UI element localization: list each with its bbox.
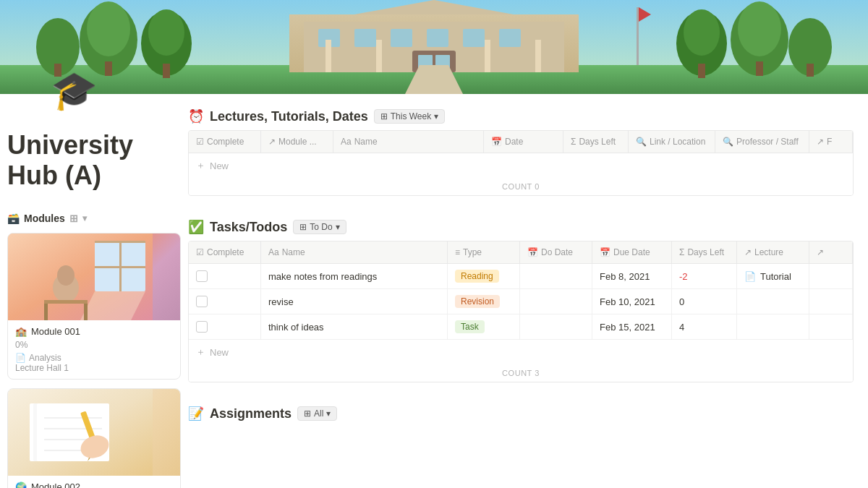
lectures-col-days: Σ Days Left xyxy=(563,131,629,153)
search-icon: 🔍 xyxy=(636,137,647,147)
assignments-filter-icon: ⊞ xyxy=(304,408,311,419)
module-002-title[interactable]: 🌍 Module 002 xyxy=(15,481,173,488)
svg-rect-28 xyxy=(756,61,763,76)
banner-container: 🎓 xyxy=(0,0,868,94)
lectures-col-extra: ↗ F xyxy=(809,131,853,153)
tasks-col-name: Aa Name xyxy=(261,241,448,263)
tasks-section-header: ✅ Tasks/Todos ⊞ To Do ▾ xyxy=(188,219,854,235)
tasks-col-duedate: 📅 Due Date xyxy=(592,241,672,263)
tasks-row2-dodate xyxy=(520,289,592,314)
table-row: think of ideas Task Feb 15, 2021 4 xyxy=(189,314,853,340)
lectures-col-professor: 🔍 Professor / Staff xyxy=(715,131,809,153)
lectures-col-complete: ☑ Complete xyxy=(189,131,261,153)
svg-rect-35 xyxy=(637,7,639,65)
tasks-row1-complete[interactable] xyxy=(189,264,261,288)
svg-rect-6 xyxy=(391,29,412,47)
module-001-title[interactable]: 🏫 Module 001 xyxy=(15,326,173,337)
tasks-filter[interactable]: ⊞ To Do ▾ xyxy=(293,220,346,234)
tasks-row3-type: Task xyxy=(448,314,520,339)
lectures-filter[interactable]: ⊞ This Week ▾ xyxy=(374,109,445,124)
main-content: ⏰ Lectures, Tutorials, Dates ⊞ This Week… xyxy=(188,94,868,488)
sidebar: University Hub (A) 🗃️ Modules ⊞ ▾ xyxy=(0,94,188,488)
tasks-row2-extra xyxy=(809,289,853,314)
svg-rect-8 xyxy=(463,29,485,47)
main-layout: University Hub (A) 🗃️ Modules ⊞ ▾ xyxy=(0,94,868,488)
header-banner xyxy=(0,0,868,94)
arrow2-icon: ↗ xyxy=(817,137,824,147)
lectures-new-row[interactable]: ＋ New xyxy=(189,153,853,178)
tasks-table-header: ☑ Complete Aa Name ≡ Type 📅 Do Date xyxy=(189,241,853,264)
tasks-col-dodate: 📅 Do Date xyxy=(520,241,592,263)
tasks-col-extra: ↗ xyxy=(809,241,853,263)
svg-rect-31 xyxy=(698,64,705,78)
tasks-row3-name[interactable]: think of ideas xyxy=(261,314,448,339)
lectures-section-header: ⏰ Lectures, Tutorials, Dates ⊞ This Week… xyxy=(188,108,854,124)
cal-icon: 📅 xyxy=(491,137,502,147)
tasks-arrow-icon: ↗ xyxy=(744,247,752,257)
tasks-new-row[interactable]: ＋ New xyxy=(189,340,853,364)
tasks-row3-type-tag: Task xyxy=(455,320,485,333)
tasks-cal2-icon: 📅 xyxy=(600,247,610,257)
tasks-list-icon: ≡ xyxy=(455,247,460,257)
tasks-row3-dodate xyxy=(520,314,592,339)
tasks-icon: ✅ xyxy=(188,219,204,235)
svg-rect-23 xyxy=(163,64,170,78)
tasks-col-type: ≡ Type xyxy=(448,241,520,263)
tasks-row2-checkbox[interactable] xyxy=(196,296,208,307)
modules-view-icon[interactable]: ⊞ xyxy=(69,213,78,224)
svg-rect-7 xyxy=(427,29,448,47)
assignments-filter[interactable]: ⊞ All ▾ xyxy=(297,406,337,421)
lectures-table: ☑ Complete ↗ Module ... Aa Name 📅 Date xyxy=(188,130,854,196)
module-001-file-icon: 📄 xyxy=(15,353,26,363)
tasks-col-days: Σ Days Left xyxy=(672,241,737,263)
tasks-row1-type-tag: Reading xyxy=(455,270,499,283)
assignments-section-header: 📝 Assignments ⊞ All ▾ xyxy=(188,406,854,421)
table-row: revise Revision Feb 10, 2021 0 xyxy=(189,289,853,314)
tasks-cal1-icon: 📅 xyxy=(527,247,538,257)
classroom-illustration xyxy=(8,234,180,320)
modules-chevron[interactable]: ▾ xyxy=(82,213,87,223)
tasks-row2-name[interactable]: revise xyxy=(261,289,448,314)
module-card-002[interactable]: 🌍 Module 002 xyxy=(7,388,181,488)
tasks-row1-checkbox[interactable] xyxy=(196,270,208,282)
lectures-count: COUNT 0 xyxy=(189,178,853,195)
table-row: make notes from readings Reading Feb 8, … xyxy=(189,264,853,289)
svg-point-44 xyxy=(57,265,75,286)
arrow-icon: ↗ xyxy=(268,137,276,147)
tasks-row3-lecture xyxy=(737,314,809,339)
tasks-row3-complete[interactable] xyxy=(189,314,261,339)
tasks-text-icon: Aa xyxy=(268,247,279,257)
svg-rect-20 xyxy=(105,61,112,76)
svg-rect-45 xyxy=(44,300,88,304)
tasks-row1-extra xyxy=(809,264,853,288)
tasks-row3-days: 4 xyxy=(672,314,737,339)
assignments-icon: 📝 xyxy=(188,406,204,421)
tasks-row1-name[interactable]: make notes from readings xyxy=(261,264,448,288)
svg-point-19 xyxy=(87,1,130,56)
banner-illustration xyxy=(0,0,868,94)
tasks-row1-type: Reading xyxy=(448,264,520,288)
svg-rect-41 xyxy=(95,266,145,268)
module-card-001[interactable]: 🏫 Module 001 0% 📄 Analysis Lecture Hall … xyxy=(7,233,181,380)
assignments-filter-label: All xyxy=(314,408,323,419)
lectures-col-date: 📅 Date xyxy=(484,131,563,153)
svg-point-27 xyxy=(738,1,781,56)
tasks-row3-checkbox[interactable] xyxy=(196,321,208,333)
lectures-filter-icon: ⊞ xyxy=(380,111,388,121)
tasks-check-icon: ☑ xyxy=(196,247,204,257)
svg-rect-46 xyxy=(44,304,48,320)
tasks-row1-lecture[interactable]: 📄 Tutorial xyxy=(737,264,809,288)
sigma-icon: Σ xyxy=(571,137,576,147)
lectures-col-module: ↗ Module ... xyxy=(261,131,333,153)
check-icon: ☑ xyxy=(196,137,204,147)
svg-rect-14 xyxy=(376,40,382,72)
tasks-row2-type-tag: Revision xyxy=(455,295,500,308)
tasks-table: ☑ Complete Aa Name ≡ Type 📅 Do Date xyxy=(188,241,854,382)
svg-point-30 xyxy=(684,9,720,56)
module-001-icon: 🏫 xyxy=(15,326,27,337)
module-002-image xyxy=(8,389,180,476)
tasks-row2-complete[interactable] xyxy=(189,289,261,314)
tasks-row1-dodate xyxy=(520,264,592,288)
svg-rect-16 xyxy=(535,40,541,72)
tasks-col-complete: ☑ Complete xyxy=(189,241,261,263)
